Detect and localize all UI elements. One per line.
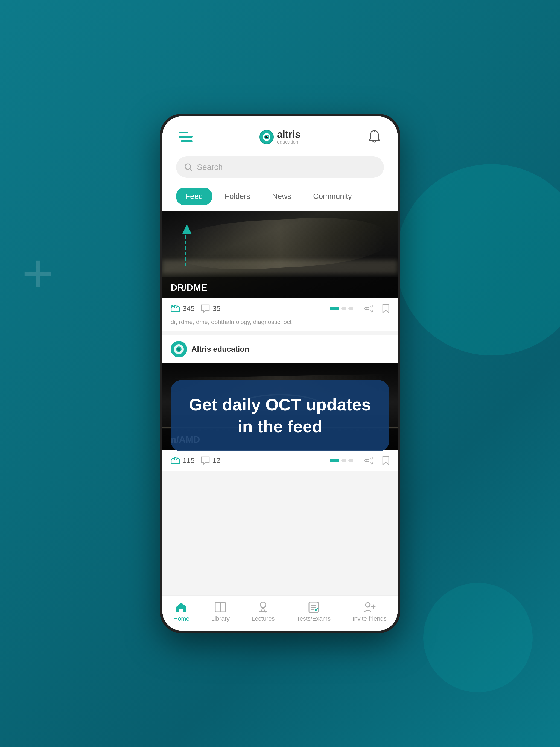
svg-line-24 xyxy=(367,459,371,460)
dot-3 xyxy=(348,307,353,310)
search-container: Search xyxy=(162,152,398,183)
card1-image: ▲ DR/DME xyxy=(162,211,398,298)
bg-plus-icon: + xyxy=(22,246,54,301)
app-header: altris education xyxy=(162,117,398,152)
svg-point-12 xyxy=(371,305,373,307)
card1-likes[interactable]: 345 xyxy=(171,304,195,313)
svg-point-38 xyxy=(365,602,370,607)
svg-point-13 xyxy=(371,310,373,312)
home-icon xyxy=(175,601,187,614)
card1-like-count: 345 xyxy=(183,304,195,313)
bottom-nav: Home Library xyxy=(162,595,398,630)
logo-sub: education xyxy=(277,139,298,145)
dot-2 xyxy=(341,307,346,310)
svg-point-29 xyxy=(260,602,266,608)
bg-circle-1 xyxy=(396,164,560,356)
svg-point-20 xyxy=(177,347,180,351)
nav-tests[interactable]: Tests/Exams xyxy=(297,601,331,622)
phone-frame: altris education xyxy=(160,114,400,633)
tabs-container: Feed Folders News Community xyxy=(162,183,398,211)
nav-lectures[interactable]: Lectures xyxy=(252,601,275,622)
svg-point-14 xyxy=(365,307,367,310)
svg-point-23 xyxy=(365,459,367,462)
card2-avatar xyxy=(171,341,187,357)
card2-actions: 115 12 xyxy=(162,450,398,470)
tab-folders[interactable]: Folders xyxy=(215,187,259,205)
search-icon xyxy=(184,163,193,171)
search-bar[interactable]: Search xyxy=(176,156,384,178)
dot2-2 xyxy=(341,459,346,462)
card1-tags: dr, rdme, dme, ophthalmology, diagnostic… xyxy=(162,318,398,331)
nav-home[interactable]: Home xyxy=(173,601,189,622)
svg-rect-2 xyxy=(181,140,193,142)
dot-1-active xyxy=(330,307,339,310)
card2-author: Altris education xyxy=(192,345,249,354)
svg-line-25 xyxy=(367,461,371,462)
nav-tests-label: Tests/Exams xyxy=(297,615,331,622)
menu-icon[interactable] xyxy=(176,127,195,147)
bell-icon[interactable] xyxy=(365,127,384,147)
svg-point-22 xyxy=(371,462,373,464)
tab-feed[interactable]: Feed xyxy=(176,187,212,205)
card2-comment-count: 12 xyxy=(212,456,221,465)
nav-library-label: Library xyxy=(211,615,230,622)
svg-point-21 xyxy=(371,457,373,459)
svg-line-11 xyxy=(190,169,192,171)
nav-home-label: Home xyxy=(173,615,189,622)
lectures-icon xyxy=(257,601,269,614)
card2-like-count: 115 xyxy=(183,456,195,465)
library-icon xyxy=(214,601,227,614)
oct-dashed-line xyxy=(185,235,186,268)
card1-comments[interactable]: 35 xyxy=(201,304,221,313)
card2-share-button[interactable] xyxy=(364,456,374,465)
overlay-text: Get daily OCT updates in the feed xyxy=(187,394,373,438)
dot2-1-active xyxy=(330,459,339,462)
nav-lectures-label: Lectures xyxy=(252,615,275,622)
card1-label: DR/DME xyxy=(162,277,398,298)
card1-comment-count: 35 xyxy=(212,304,221,313)
dot2-3 xyxy=(348,459,353,462)
search-input-placeholder: Search xyxy=(197,162,223,172)
phone-content: altris education xyxy=(162,117,398,630)
card1-bookmark-button[interactable] xyxy=(382,304,389,313)
feed-content: ▲ DR/DME 345 xyxy=(162,211,398,595)
overlay-banner: Get daily OCT updates in the feed xyxy=(171,380,389,452)
tab-community[interactable]: Community xyxy=(304,187,361,205)
oct-arrow-icon: ▲ xyxy=(179,219,195,238)
card1-progress-dots xyxy=(330,307,353,310)
nav-library[interactable]: Library xyxy=(211,601,230,622)
invite-icon xyxy=(363,601,376,614)
svg-line-16 xyxy=(367,309,371,310)
svg-point-8 xyxy=(267,136,268,137)
tab-news[interactable]: News xyxy=(263,187,301,205)
bg-circle-2 xyxy=(423,583,533,692)
card2-progress-dots xyxy=(330,459,353,462)
card2-likes[interactable]: 115 xyxy=(171,456,195,465)
card1-actions: 345 35 xyxy=(162,298,398,318)
svg-line-15 xyxy=(367,307,371,308)
card1-share-button[interactable] xyxy=(364,304,374,312)
nav-invite[interactable]: Invite friends xyxy=(353,601,387,622)
card2-comments[interactable]: 12 xyxy=(201,456,221,465)
card2-header: Altris education xyxy=(162,335,398,363)
card1-label-text: DR/DME xyxy=(171,282,207,292)
logo-text: altris education xyxy=(277,130,301,145)
svg-rect-1 xyxy=(179,136,193,137)
nav-invite-label: Invite friends xyxy=(353,615,387,622)
card2-bookmark-button[interactable] xyxy=(382,456,389,465)
svg-rect-3 xyxy=(179,131,184,133)
app-logo: altris education xyxy=(259,130,301,145)
feed-card-1: ▲ DR/DME 345 xyxy=(162,211,398,331)
logo-name: altris xyxy=(277,130,301,139)
tests-icon xyxy=(307,601,320,614)
